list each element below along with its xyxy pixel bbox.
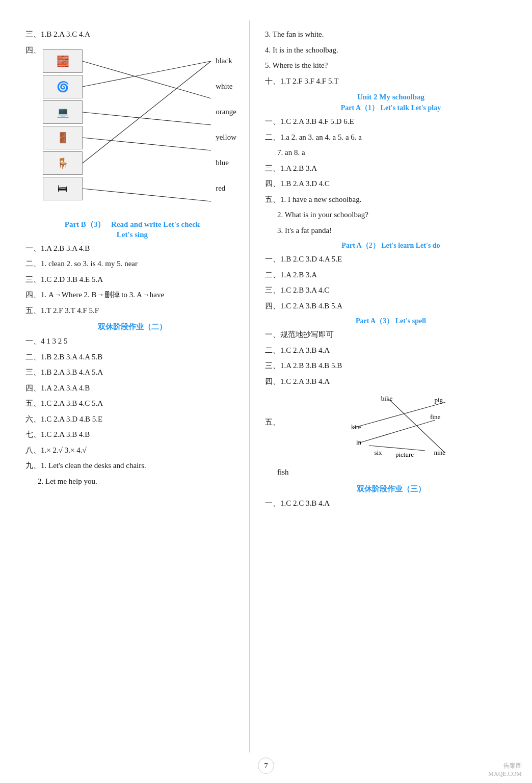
h2-6: 六、1.C 2.A 3.D 4.B 5.E <box>25 413 239 426</box>
img-door: 🚪 <box>43 126 83 149</box>
r5: 5. Where is the kite? <box>265 59 517 72</box>
partA3-title: Part A（3） Let's spell <box>265 317 517 326</box>
svg-line-8 <box>359 420 435 443</box>
h2-9-2: 2. Let me help you. <box>38 475 239 488</box>
a3-5-label: 五、 <box>265 417 280 427</box>
img-bed: 🛏 <box>43 177 83 200</box>
fish-label: fish <box>277 466 517 479</box>
svg-line-1 <box>83 61 211 87</box>
match-diagram: 🧱 🌀 💻 🚪 🪑 🛏 black white orange <box>43 49 236 207</box>
a1-5c: 3. It's a fat panda! <box>277 224 517 238</box>
a3-2: 二、1.C 2.A 3.B 4.A <box>265 344 517 357</box>
a3-5-section: 五、 bike kite fine pig <box>265 392 517 463</box>
watermark: 告案圈 MXQE.COM <box>488 762 522 778</box>
h2-9-label: 九、1. Let's clean the desks and chairs. <box>25 459 239 473</box>
partB3-title: Part B（3） <box>65 220 105 228</box>
sectionA-5: 五、1.T 2.F 3.T 4.F 5.F <box>25 304 239 318</box>
word-pig: pig <box>434 396 443 404</box>
svg-line-2 <box>83 112 211 125</box>
h2-4: 四、1.A 2.A 3.A 4.B <box>25 382 239 395</box>
a2-4: 四、1.C 2.A 3.B 4.B 5.A <box>265 300 517 313</box>
h2-5: 五、1.C 2.A 3.B 4.C 5.A <box>25 397 239 410</box>
holiday2-title: 双休阶段作业（二） <box>25 322 239 332</box>
a2-2: 二、1.A 2.B 3.A <box>265 269 517 282</box>
word-svg: bike kite fine pig in picture six nine <box>343 395 456 461</box>
a1-1: 一、1.C 2.A 3.B 4.F 5.D 6.E <box>265 115 517 128</box>
h2-2: 二、1.B 2.B 3.A 4.A 5.B <box>25 351 239 364</box>
word-picture: picture <box>395 451 414 458</box>
word-in: in <box>356 438 362 446</box>
svg-line-5 <box>83 189 211 201</box>
right-column: 3. The fan is white. 4. It is in the sch… <box>250 20 532 752</box>
section3-header: 三、1.B 2.A 3.C 4.A <box>25 28 239 41</box>
r4: 4. It is in the schoolbag. <box>265 44 517 57</box>
word-bike: bike <box>381 395 393 402</box>
svg-line-7 <box>389 400 445 453</box>
section4-label: 四、 <box>25 45 41 55</box>
partB3-header: Part B（3） Read and write Let's check <box>25 220 239 229</box>
partA2-title: Part A（2） Let's learn Let's do <box>265 241 517 250</box>
a3-3: 三、1.A 2.B 3.B 4.B 5.B <box>265 359 517 373</box>
a1-5: 五、1. I have a new schoolbag. <box>265 193 517 206</box>
a1-5b: 2. What is in your schoolbag? <box>277 208 517 222</box>
label-orange: orange <box>216 100 236 124</box>
sectionA-2: 二、1. clean 2. so 3. is 4. my 5. near <box>25 257 239 271</box>
r-plus: 十、1.T 2.F 3.F 4.F 5.T <box>265 75 517 88</box>
word-diagram: bike kite fine pig in picture six nine <box>343 395 456 461</box>
a3-1: 一、规范地抄写即可 <box>265 328 517 342</box>
svg-line-0 <box>83 61 211 98</box>
h2-3: 三、1.B 2.A 3.B 4.A 5.A <box>25 366 239 379</box>
word-kite: kite <box>351 423 361 431</box>
sectionA-1: 一、1.A 2.B 3.A 4.B <box>25 242 239 255</box>
left-column: 三、1.B 2.A 3.C 4.A 四、 🧱 🌀 💻 🚪 🪑 <box>0 20 250 752</box>
watermark-line1: 告案圈 <box>488 762 522 770</box>
letsing-title: Let's sing <box>25 230 239 239</box>
word-nine: nine <box>434 449 446 456</box>
a1-4: 四、1.B 2.A 3.D 4.C <box>265 177 517 191</box>
watermark-line2: MXQE.COM <box>488 770 522 778</box>
img-wall: 🧱 <box>43 49 83 73</box>
sectionA-3: 三、1.C 2.D 3.B 4.E 5.A <box>25 273 239 286</box>
holiday3-title: 双休阶段作业（三） <box>265 484 517 494</box>
word-fine: fine <box>430 413 440 421</box>
r3: 3. The fan is white. <box>265 28 517 41</box>
word-six: six <box>374 449 382 456</box>
label-black: black <box>216 49 236 73</box>
a3-4: 四、1.C 2.A 3.B 4.A <box>265 375 517 388</box>
label-white: white <box>216 75 236 98</box>
partA1-title: Part A（1） Let's talk Let's play <box>265 103 517 113</box>
a2-1: 一、1.B 2.C 3.D 4.A 5.E <box>265 253 517 266</box>
a2-3: 三、1.C 2.B 3.A 4.C <box>265 284 517 297</box>
page-number: 7 <box>258 758 274 774</box>
a1-3: 三、1.A 2.B 3.A <box>265 162 517 175</box>
svg-line-3 <box>83 138 211 150</box>
h2-7: 七、1.C 2.A 3.B 4.B <box>25 428 239 441</box>
a1-2: 二、1.a 2. an 3. an 4. a 5. a 6. a <box>265 131 517 144</box>
h2-8: 八、1.× 2.√ 3.× 4.√ <box>25 444 239 457</box>
label-red: red <box>216 177 236 200</box>
img-fan: 🌀 <box>43 75 83 98</box>
img-laptop: 💻 <box>43 100 83 124</box>
sectionA-4: 四、1. A→Where 2. B→删掉 to 3. A→have <box>25 289 239 302</box>
img-desk: 🪑 <box>43 151 83 175</box>
partB3-subtitle: Read and write Let's check <box>111 220 200 228</box>
a1-2b: 7. an 8. a <box>277 146 517 160</box>
h2-1: 一、4 1 3 2 5 <box>25 335 239 348</box>
label-blue: blue <box>216 151 236 175</box>
h3-1: 一、1.C 2.C 3.B 4.A <box>265 497 517 510</box>
label-yellow: yellow <box>216 126 236 149</box>
svg-line-4 <box>83 61 211 163</box>
unit2-title: Unit 2 My schoolbag <box>265 93 517 101</box>
